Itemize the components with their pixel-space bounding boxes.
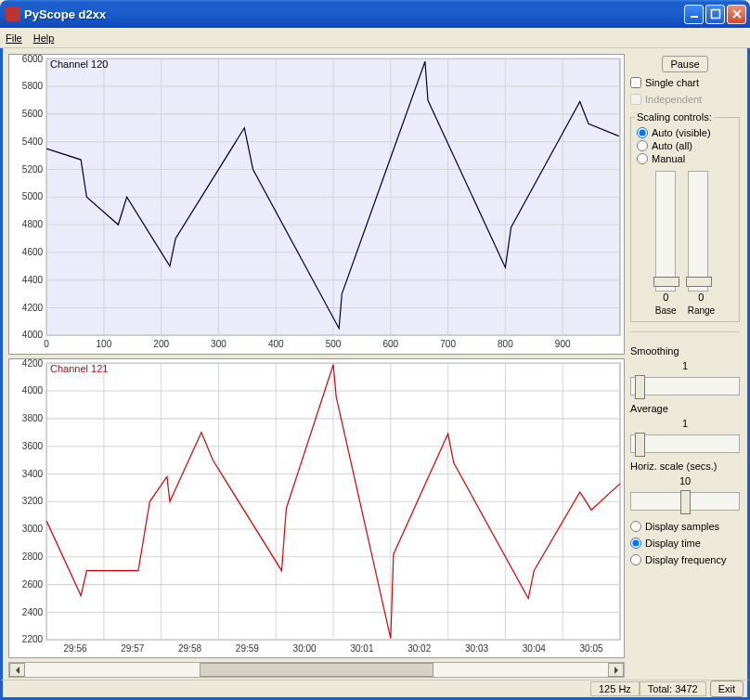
svg-text:5000: 5000 bbox=[22, 191, 44, 201]
svg-text:30:03: 30:03 bbox=[465, 642, 488, 653]
chart-120-svg: 4000420044004600480050005200540056005800… bbox=[9, 55, 624, 354]
auto-visible-label: Auto (visible) bbox=[652, 127, 711, 138]
scroll-thumb[interactable] bbox=[200, 663, 433, 677]
maximize-button[interactable] bbox=[705, 5, 725, 24]
average-value: 1 bbox=[630, 418, 740, 429]
charts-area: 4000420044004600480050005200540056005800… bbox=[3, 48, 627, 680]
svg-text:100: 100 bbox=[97, 339, 112, 349]
svg-text:4200: 4200 bbox=[22, 359, 44, 369]
average-slider[interactable] bbox=[630, 434, 740, 453]
svg-text:30:00: 30:00 bbox=[293, 642, 317, 653]
auto-visible-row[interactable]: Auto (visible) bbox=[637, 126, 733, 139]
close-button[interactable] bbox=[727, 5, 746, 24]
scaling-controls-group: Scaling controls: Auto (visible) Auto (a… bbox=[630, 111, 740, 322]
manual-row[interactable]: Manual bbox=[637, 152, 733, 165]
svg-text:4400: 4400 bbox=[22, 275, 44, 285]
display-frequency-row[interactable]: Display frequency bbox=[630, 553, 740, 566]
status-hz: 125 Hz bbox=[590, 681, 640, 696]
svg-rect-1 bbox=[711, 10, 719, 19]
svg-text:5600: 5600 bbox=[22, 109, 44, 119]
single-chart-checkbox[interactable] bbox=[630, 77, 641, 88]
divider bbox=[630, 331, 740, 332]
svg-text:30:02: 30:02 bbox=[407, 642, 431, 653]
single-chart-label: Single chart bbox=[645, 77, 699, 88]
range-value: 0 bbox=[688, 292, 715, 303]
display-frequency-radio[interactable] bbox=[630, 554, 641, 565]
menu-help[interactable]: Help bbox=[33, 32, 55, 44]
svg-text:4000: 4000 bbox=[22, 385, 44, 395]
auto-visible-radio[interactable] bbox=[637, 127, 648, 138]
svg-text:5800: 5800 bbox=[22, 81, 44, 91]
svg-text:200: 200 bbox=[153, 339, 169, 349]
svg-text:30:04: 30:04 bbox=[523, 642, 546, 653]
svg-text:6000: 6000 bbox=[22, 55, 44, 64]
svg-text:600: 600 bbox=[382, 339, 398, 349]
horiz-scale-value: 10 bbox=[630, 475, 740, 486]
svg-text:4200: 4200 bbox=[22, 302, 44, 312]
display-time-label: Display time bbox=[645, 538, 701, 549]
auto-all-label: Auto (all) bbox=[652, 140, 692, 151]
svg-text:700: 700 bbox=[440, 339, 456, 349]
svg-text:30:01: 30:01 bbox=[350, 642, 373, 653]
svg-text:29:57: 29:57 bbox=[121, 642, 144, 653]
window-title: PyScope d2xx bbox=[24, 7, 684, 21]
display-frequency-label: Display frequency bbox=[645, 554, 726, 565]
svg-text:2600: 2600 bbox=[22, 578, 44, 589]
svg-text:3000: 3000 bbox=[22, 523, 44, 533]
svg-text:3600: 3600 bbox=[22, 440, 44, 450]
smoothing-slider-thumb[interactable] bbox=[635, 375, 645, 399]
horiz-scale-slider-thumb[interactable] bbox=[680, 490, 691, 514]
svg-text:29:56: 29:56 bbox=[63, 642, 86, 653]
minimize-button[interactable] bbox=[684, 5, 704, 24]
svg-text:300: 300 bbox=[211, 339, 226, 349]
svg-text:3400: 3400 bbox=[22, 468, 44, 478]
svg-text:5400: 5400 bbox=[22, 136, 44, 147]
display-samples-radio[interactable] bbox=[630, 521, 641, 532]
svg-text:29:58: 29:58 bbox=[178, 642, 201, 653]
svg-text:800: 800 bbox=[498, 339, 513, 349]
manual-label: Manual bbox=[652, 153, 685, 164]
svg-text:3200: 3200 bbox=[22, 496, 44, 506]
svg-text:400: 400 bbox=[268, 339, 284, 349]
scaling-legend: Scaling controls: bbox=[635, 111, 714, 123]
average-slider-thumb[interactable] bbox=[635, 433, 645, 457]
range-label: Range bbox=[688, 305, 715, 316]
smoothing-slider[interactable] bbox=[630, 377, 740, 395]
manual-radio[interactable] bbox=[637, 153, 648, 164]
pause-button[interactable]: Pause bbox=[662, 56, 707, 72]
base-slider-thumb[interactable] bbox=[653, 277, 679, 287]
horizontal-scrollbar[interactable] bbox=[8, 662, 625, 678]
horiz-scale-slider[interactable] bbox=[630, 492, 740, 511]
base-slider[interactable] bbox=[655, 171, 676, 292]
menu-file-label: ile bbox=[12, 32, 22, 44]
statusbar: 125 Hz Total: 3472 Exit bbox=[0, 680, 750, 700]
svg-text:0: 0 bbox=[44, 339, 49, 349]
exit-button[interactable]: Exit bbox=[710, 681, 744, 697]
chart-121-svg: 2200240026002800300032003400360038004000… bbox=[9, 359, 624, 658]
display-samples-row[interactable]: Display samples bbox=[630, 520, 740, 533]
display-time-radio[interactable] bbox=[630, 538, 641, 549]
smoothing-label: Smoothing bbox=[630, 345, 740, 356]
svg-text:30:05: 30:05 bbox=[580, 642, 603, 653]
menubar: File Help bbox=[0, 28, 750, 48]
svg-text:2400: 2400 bbox=[22, 606, 44, 616]
range-slider[interactable] bbox=[688, 171, 708, 292]
auto-all-radio[interactable] bbox=[637, 140, 648, 151]
independent-label: Independent bbox=[645, 94, 702, 105]
svg-text:500: 500 bbox=[326, 339, 342, 349]
scroll-left-button[interactable] bbox=[9, 663, 25, 677]
chart-channel-120: 4000420044004600480050005200540056005800… bbox=[8, 54, 625, 355]
menu-help-label: elp bbox=[41, 32, 55, 44]
svg-text:2200: 2200 bbox=[22, 634, 44, 644]
svg-text:4800: 4800 bbox=[22, 219, 44, 229]
single-chart-checkbox-row[interactable]: Single chart bbox=[630, 76, 740, 89]
menu-file[interactable]: File bbox=[6, 32, 22, 44]
chart-channel-121: 2200240026002800300032003400360038004000… bbox=[8, 358, 625, 659]
scroll-right-button[interactable] bbox=[608, 663, 624, 677]
range-slider-thumb[interactable] bbox=[686, 277, 712, 287]
display-time-row[interactable]: Display time bbox=[630, 537, 740, 550]
svg-text:3800: 3800 bbox=[22, 412, 44, 422]
chart-120-title: Channel 120 bbox=[50, 58, 108, 70]
auto-all-row[interactable]: Auto (all) bbox=[637, 139, 733, 152]
scroll-track[interactable] bbox=[25, 663, 608, 677]
